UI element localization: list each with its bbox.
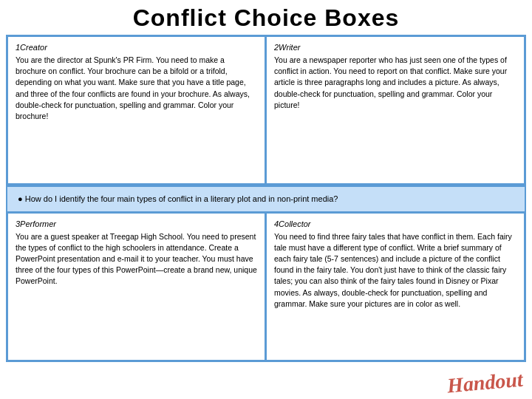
box3-content: You are a guest speaker at Treegap High … [16, 231, 257, 287]
page-container: Conflict Choice Boxes 1Creator You are t… [0, 0, 532, 399]
top-grid: 1Creator You are the director at Spunk's… [6, 35, 526, 185]
box4-content: You need to find three fairy tales that … [274, 231, 516, 310]
box1: 1Creator You are the director at Spunk's… [7, 36, 266, 184]
box1-content: You are the director at Spunk's PR Firm.… [16, 55, 257, 122]
box4-title: 4Collector [274, 219, 516, 228]
box2-title: 2Writer [274, 43, 516, 52]
box3: 3Performer You are a guest speaker at Tr… [7, 213, 266, 361]
bottom-grid: 3Performer You are a guest speaker at Tr… [6, 213, 526, 362]
handout-watermark: Handout [446, 368, 524, 398]
box2: 2Writer You are a newspaper reporter who… [266, 36, 525, 184]
box4: 4Collector You need to find three fairy … [266, 213, 525, 361]
page-title: Conflict Choice Boxes [3, 4, 529, 32]
page-header: Conflict Choice Boxes [0, 0, 532, 35]
box1-title: 1Creator [16, 43, 257, 52]
question-bullet: ● [18, 194, 23, 203]
question-bar: ● How do I identify the four main types … [6, 185, 526, 213]
box2-content: You are a newspaper reporter who has jus… [274, 55, 516, 111]
box3-title: 3Performer [16, 219, 257, 228]
question-text: How do I identify the four main types of… [25, 194, 338, 203]
